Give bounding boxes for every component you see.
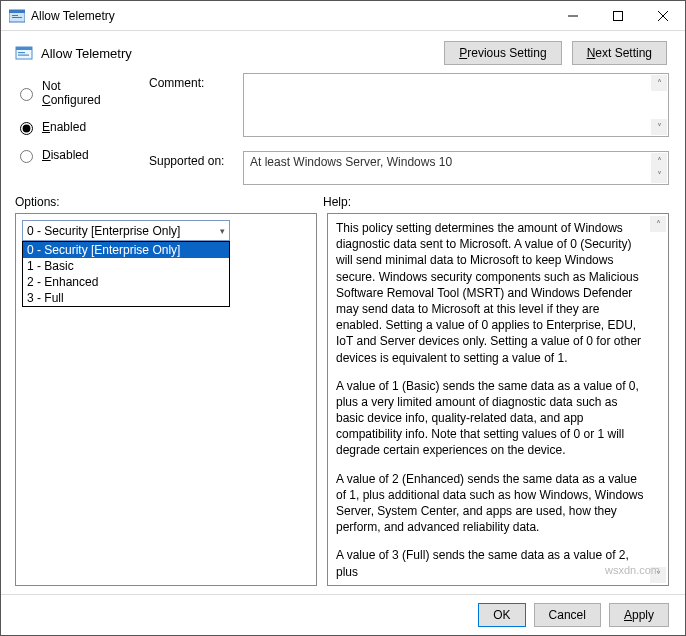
- dropdown-option-2[interactable]: 2 - Enhanced: [23, 274, 229, 290]
- svg-rect-3: [12, 17, 22, 18]
- scroll-down-icon[interactable]: ˅: [651, 119, 667, 135]
- window-title: Allow Telemetry: [31, 9, 550, 23]
- svg-rect-10: [18, 52, 25, 53]
- policy-title: Allow Telemetry: [41, 46, 444, 61]
- scroll-down-icon[interactable]: ˅: [651, 167, 667, 183]
- svg-rect-9: [16, 47, 32, 50]
- dropdown-option-3[interactable]: 3 - Full: [23, 290, 229, 306]
- supported-on-box: At least Windows Server, Windows 10 ˄ ˅: [243, 151, 669, 185]
- window-icon: [9, 8, 25, 24]
- cancel-button[interactable]: Cancel: [534, 603, 601, 627]
- scroll-up-icon[interactable]: ˄: [650, 216, 666, 232]
- supported-label: Supported on:: [149, 151, 239, 185]
- chevron-down-icon: ▾: [220, 226, 225, 236]
- help-panel: This policy setting determines the amoun…: [327, 213, 669, 586]
- dialog-footer: OK Cancel Apply: [1, 594, 685, 635]
- ok-button[interactable]: OK: [478, 603, 525, 627]
- supported-on-value: At least Windows Server, Windows 10: [250, 155, 452, 169]
- options-heading: Options:: [15, 195, 323, 209]
- dropdown-option-0[interactable]: 0 - Security [Enterprise Only]: [23, 242, 229, 258]
- options-panel: 0 - Security [Enterprise Only] ▾ 0 - Sec…: [15, 213, 317, 586]
- help-heading: Help:: [323, 195, 351, 209]
- svg-rect-1: [9, 10, 25, 13]
- comment-label: Comment:: [149, 73, 239, 143]
- telemetry-dropdown[interactable]: 0 - Security [Enterprise Only] ▾: [22, 220, 230, 241]
- svg-rect-11: [18, 55, 29, 56]
- previous-setting-button[interactable]: Previous Setting: [444, 41, 561, 65]
- close-button[interactable]: [640, 1, 685, 30]
- scroll-down-icon[interactable]: ˅: [650, 567, 666, 583]
- svg-rect-5: [613, 11, 622, 20]
- maximize-button[interactable]: [595, 1, 640, 30]
- dropdown-option-1[interactable]: 1 - Basic: [23, 258, 229, 274]
- apply-button[interactable]: Apply: [609, 603, 669, 627]
- help-text: This policy setting determines the amoun…: [334, 220, 662, 579]
- header-row: Allow Telemetry Previous Setting Next Se…: [1, 31, 685, 73]
- window-titlebar: Allow Telemetry: [1, 1, 685, 31]
- policy-icon: [15, 44, 33, 62]
- svg-rect-2: [12, 15, 18, 16]
- telemetry-dropdown-value: 0 - Security [Enterprise Only]: [27, 224, 180, 238]
- comment-textarea[interactable]: ˄ ˅: [243, 73, 669, 137]
- telemetry-dropdown-list[interactable]: 0 - Security [Enterprise Only] 1 - Basic…: [22, 241, 230, 307]
- minimize-button[interactable]: [550, 1, 595, 30]
- scroll-up-icon[interactable]: ˄: [651, 75, 667, 91]
- next-setting-button[interactable]: Next Setting: [572, 41, 667, 65]
